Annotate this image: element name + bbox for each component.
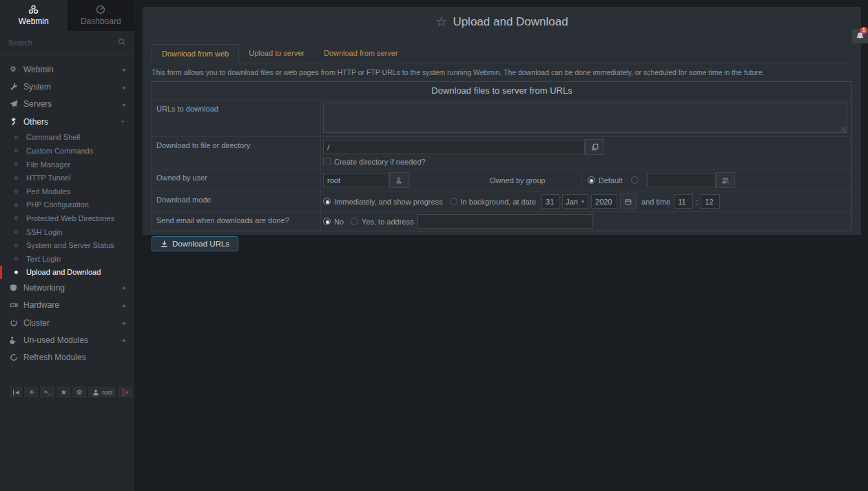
subitem-label: PHP Configuration	[26, 200, 89, 209]
search-input[interactable]	[0, 39, 114, 47]
sidebar-top-tabs: Webmin Dashboard	[0, 0, 134, 31]
notifications-button[interactable]: 1	[852, 29, 868, 43]
collapse-sidebar-button[interactable]: ◀	[8, 386, 23, 399]
sidebar-item-text-login[interactable]: Text Login	[0, 252, 134, 266]
sidebar-item-command-shell[interactable]: Command Shell	[0, 131, 134, 145]
bullet-icon	[14, 189, 18, 193]
tab-upload-to-server[interactable]: Upload to server	[239, 44, 314, 63]
sidebar-item-perl-modules[interactable]: Perl Modules	[0, 185, 134, 198]
owned-group-label: Owned by group	[490, 176, 546, 185]
subitem-label: Command Shell	[26, 133, 80, 141]
download-urls-label: Download URLs	[172, 240, 229, 248]
wrench-icon	[10, 83, 23, 91]
sidebar-item-http-tunnel[interactable]: HTTP Tunnel	[0, 171, 134, 185]
sidebar-item-file-manager[interactable]: File Manager	[0, 158, 134, 171]
page-title: Upload and Download	[453, 15, 568, 29]
sidebar-item-others[interactable]: Others ▼	[0, 113, 134, 130]
logout-button[interactable]	[117, 386, 134, 399]
tab-download-from-web[interactable]: Download from web	[152, 44, 239, 63]
user-button[interactable]: root	[87, 386, 118, 399]
calendar-icon	[625, 198, 632, 205]
mode-background-radio[interactable]	[450, 198, 457, 205]
sidebar-item-webmin[interactable]: ⚙ Webmin ◀	[0, 61, 134, 78]
chevron-left-icon: ◀	[121, 320, 125, 325]
row-download-mode: Download mode Immediately, and show prog…	[152, 191, 851, 211]
sidebar-item-servers[interactable]: Servers ◀	[0, 96, 134, 113]
row-owned-by: Owned by user Owned by group Default	[152, 169, 851, 191]
tab-download-from-server[interactable]: Download from server	[314, 44, 408, 63]
month-select[interactable]: Jan ▼	[562, 194, 588, 209]
download-form-table: Download files to server from URLs URLs …	[152, 81, 852, 231]
sidebar-item-unused-modules[interactable]: Un-used Modules ◀	[0, 331, 134, 348]
email-yes-label: Yes, to address	[362, 218, 413, 226]
subitem-label: Protected Web Directories	[26, 214, 114, 222]
group-chooser-button[interactable]	[716, 172, 735, 188]
tab-webmin-label: Webmin	[19, 17, 49, 26]
month-select-value: Jan	[566, 198, 578, 206]
sidebar-item-refresh-modules[interactable]: Refresh Modules	[0, 349, 134, 366]
bullet-icon	[14, 244, 18, 247]
group-custom-radio[interactable]	[631, 176, 639, 184]
owned-user-input[interactable]	[323, 173, 389, 187]
sidebar: Webmin Dashboard ⚙ Webmin ◀	[0, 0, 134, 491]
download-icon	[161, 240, 168, 248]
sidebar-item-php-configuration[interactable]: PHP Configuration	[0, 198, 134, 212]
download-urls-button[interactable]: Download URLs	[152, 236, 238, 251]
sidebar-item-system[interactable]: System ◀	[0, 78, 134, 95]
subitem-label: HTTP Tunnel	[26, 174, 71, 182]
sidebar-item-hardware[interactable]: Hardware ◀	[0, 296, 134, 313]
user-icon	[92, 389, 99, 396]
urls-textarea[interactable]	[323, 103, 847, 133]
sidebar-item-system-and-server-status[interactable]: System and Server Status	[0, 238, 134, 252]
sidebar-item-custom-commands[interactable]: Custom Commands	[0, 144, 134, 158]
favorites-button[interactable]: ★	[56, 386, 72, 399]
sidebar-item-networking[interactable]: Networking ◀	[0, 279, 134, 296]
group-default-label: Default	[599, 176, 623, 185]
row-send-email: Send email when downloads are done? No Y…	[152, 211, 851, 231]
calendar-button[interactable]	[620, 194, 637, 209]
bullet-icon	[14, 257, 18, 260]
sidebar-item-label: Refresh Modules	[23, 353, 86, 362]
chevron-left-icon: ◀	[121, 337, 125, 342]
create-directory-checkbox[interactable]	[323, 158, 331, 165]
date-day-input[interactable]	[541, 194, 559, 209]
bullet-icon	[14, 216, 18, 220]
sidebar-item-label: Networking	[23, 283, 65, 293]
download-to-input[interactable]	[323, 140, 585, 154]
tab-dashboard[interactable]: Dashboard	[68, 0, 135, 31]
time-hour-input[interactable]	[674, 194, 693, 209]
email-yes-radio[interactable]	[351, 218, 358, 225]
user-chooser-button[interactable]	[389, 172, 409, 188]
settings-button[interactable]: ⚙	[72, 386, 87, 399]
email-label: Send email when downloads are done?	[152, 212, 321, 231]
module-tabs: Download from web Upload to server Downl…	[152, 44, 852, 63]
date-year-input[interactable]	[591, 194, 617, 209]
sidebar-item-upload-and-download[interactable]: Upload and Download	[0, 266, 134, 280]
sidebar-item-label: Hardware	[23, 300, 59, 310]
group-default-radio[interactable]	[588, 176, 595, 184]
tab-webmin[interactable]: Webmin	[0, 0, 68, 31]
time-separator: :	[696, 198, 698, 206]
time-minute-input[interactable]	[701, 194, 720, 209]
chevron-left-icon: ◀	[121, 67, 125, 72]
favorite-star-icon[interactable]: ☆	[435, 14, 447, 30]
group-input[interactable]	[647, 173, 716, 187]
theme-toggle-button[interactable]: ☀	[23, 386, 39, 399]
bullet-icon	[14, 230, 18, 233]
download-mode-label: Download mode	[152, 191, 321, 211]
refresh-icon	[10, 353, 23, 362]
urls-label: URLs to download	[152, 101, 321, 136]
sidebar-item-ssh-login[interactable]: SSH Login	[0, 225, 134, 239]
email-address-input[interactable]	[417, 214, 593, 229]
mode-immediate-radio[interactable]	[323, 198, 331, 205]
sidebar-item-label: Un-used Modules	[23, 335, 88, 345]
sidebar-item-protected-web-directories[interactable]: Protected Web Directories	[0, 211, 134, 225]
user-chooser-icon	[395, 177, 402, 184]
chevron-down-icon: ▼	[121, 120, 125, 124]
terminal-button[interactable]: >_	[39, 386, 56, 399]
content-panel: ☆ Upload and Download Download from web …	[143, 7, 861, 235]
sidebar-item-cluster[interactable]: Cluster ◀	[0, 314, 134, 331]
email-no-radio[interactable]	[323, 218, 331, 225]
file-chooser-button[interactable]	[585, 139, 604, 155]
owned-user-label: Owned by user	[152, 169, 321, 191]
